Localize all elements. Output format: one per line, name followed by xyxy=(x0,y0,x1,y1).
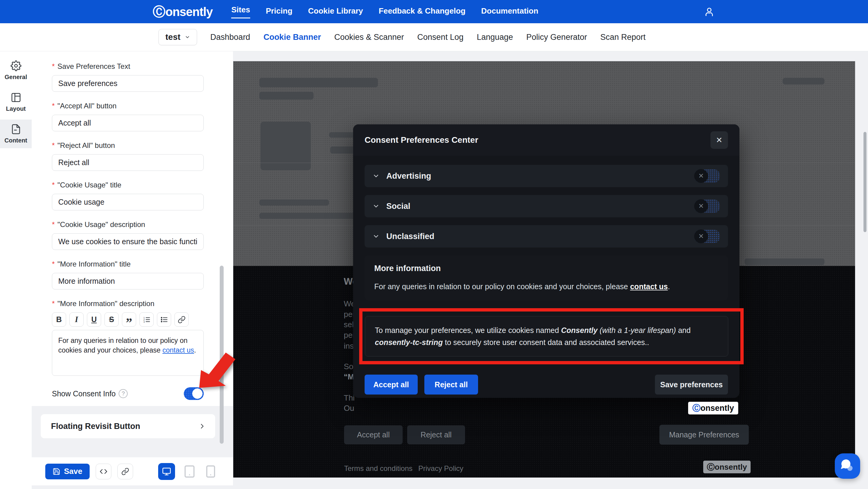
consent-info-box: To manage your preferences, we utilize c… xyxy=(365,316,728,357)
gear-icon xyxy=(10,60,22,71)
skeleton-bar xyxy=(259,213,363,219)
tab-cookie-banner[interactable]: Cookie Banner xyxy=(264,33,321,42)
consently-badge-dimmed[interactable]: Ⓒonsently xyxy=(703,461,751,473)
document-icon xyxy=(10,124,22,134)
modal-accept-all-button[interactable]: Accept all xyxy=(365,375,418,395)
nav-link-documentation[interactable]: Documentation xyxy=(481,6,538,17)
more-information-text: For any queries in relation to our polic… xyxy=(374,281,718,292)
ordered-list-icon[interactable]: 123 xyxy=(140,312,154,327)
consent-preferences-modal: Consent Preferences Center ✕ Advertising… xyxy=(353,124,739,398)
badge-c-icon: Ⓒ xyxy=(692,402,701,415)
category-row-social[interactable]: Social ✕ xyxy=(365,195,728,217)
tab-language[interactable]: Language xyxy=(477,33,513,42)
copy-link-button[interactable] xyxy=(117,464,133,479)
tab-consent-log[interactable]: Consent Log xyxy=(417,33,464,42)
modal-reject-all-button[interactable]: Reject all xyxy=(424,375,478,395)
banner-text-fragment: sel xyxy=(344,320,354,329)
category-label: Unclassified xyxy=(386,232,434,241)
floating-revisit-button-section[interactable]: Floating Revisit Button xyxy=(41,414,215,438)
banner-accept-all-button[interactable]: Accept all xyxy=(344,425,403,444)
tab-policy-generator[interactable]: Policy Generator xyxy=(526,33,587,42)
embed-code-button[interactable] xyxy=(96,464,112,479)
chevron-right-icon xyxy=(198,422,206,430)
desktop-preview-button[interactable] xyxy=(158,463,175,480)
toggle-x-icon: ✕ xyxy=(694,169,708,183)
more-information-title-input[interactable] xyxy=(52,273,204,289)
nav-link-pricing[interactable]: Pricing xyxy=(266,6,292,17)
show-consent-info-label: Show Consent Info ? xyxy=(52,389,128,398)
tab-cookies-scanner[interactable]: Cookies & Scanner xyxy=(334,33,404,42)
strikethrough-icon[interactable]: S xyxy=(104,312,119,327)
site-selector[interactable]: test xyxy=(158,29,197,45)
category-row-advertising[interactable]: Advertising ✕ xyxy=(365,165,728,187)
nav-link-sites[interactable]: Sites xyxy=(231,5,250,19)
phone-preview-button[interactable] xyxy=(204,465,217,478)
cookie-usage-description-input[interactable] xyxy=(52,233,204,250)
tab-dashboard[interactable]: Dashboard xyxy=(210,33,250,42)
save-button[interactable]: Save xyxy=(45,464,90,479)
advertising-toggle[interactable]: ✕ xyxy=(694,169,720,183)
reject-all-input[interactable] xyxy=(52,154,204,171)
field-label-cookie-usage-description: *"Cookie Usage" description xyxy=(52,220,204,229)
rail-label-general: General xyxy=(4,74,27,81)
red-highlight-annotation: To manage your preferences, we utilize c… xyxy=(359,308,744,364)
banner-text-fragment: ins xyxy=(344,341,354,351)
banner-text-fragment: Ou xyxy=(344,404,354,413)
banner-reject-all-button[interactable]: Reject all xyxy=(407,425,465,444)
category-label: Advertising xyxy=(386,172,431,181)
unclassified-toggle[interactable]: ✕ xyxy=(694,230,720,243)
contact-us-link[interactable]: contact us xyxy=(162,346,194,354)
chat-widget-button[interactable] xyxy=(835,453,860,479)
floppy-icon xyxy=(53,467,60,476)
modal-save-preferences-button[interactable]: Save preferences xyxy=(655,375,728,395)
underline-icon[interactable]: U xyxy=(87,312,101,327)
site-selector-value: test xyxy=(165,32,181,42)
site-sub-navbar: test Dashboard Cookie Banner Cookies & S… xyxy=(0,23,868,51)
rail-item-layout[interactable]: Layout xyxy=(0,88,32,117)
cookie-usage-title-input[interactable] xyxy=(52,194,204,210)
italic-icon[interactable]: I xyxy=(69,312,84,327)
more-information-section: More information For any queries in rela… xyxy=(365,255,728,300)
consently-powered-badge[interactable]: Ⓒonsently xyxy=(688,402,738,415)
modal-scrollbar[interactable] xyxy=(864,132,867,232)
bold-icon[interactable]: B xyxy=(52,312,66,327)
nav-link-cookie-library[interactable]: Cookie Library xyxy=(308,6,363,17)
banner-text-fragment: So xyxy=(344,362,353,371)
more-information-title: More information xyxy=(374,264,718,273)
rail-label-layout: Layout xyxy=(6,105,26,112)
chevron-down-icon xyxy=(372,203,380,210)
brand-text: onsently xyxy=(165,5,213,19)
show-consent-info-toggle[interactable] xyxy=(184,387,204,400)
rail-item-content[interactable]: Content xyxy=(0,120,32,148)
privacy-policy-link[interactable]: Privacy Policy xyxy=(418,464,463,473)
banner-text-fragment: Thi xyxy=(344,393,354,403)
banner-manage-preferences-button[interactable]: Manage Preferences xyxy=(659,425,749,445)
badge-c-icon: Ⓒ xyxy=(707,461,715,473)
terms-and-conditions-link[interactable]: Terms and conditions xyxy=(344,464,412,473)
save-preferences-text-input[interactable] xyxy=(52,75,204,92)
settings-rail: General Layout Content xyxy=(0,51,32,489)
bullet-list-icon[interactable] xyxy=(157,312,171,327)
more-information-description-editor[interactable]: For any queries in relation to our polic… xyxy=(52,330,204,376)
richtext-toolbar: B I U S ” 123 xyxy=(52,312,204,327)
link-icon xyxy=(121,467,129,476)
chevron-down-icon xyxy=(372,172,380,180)
consently-logo[interactable]: Ⓒonsently xyxy=(153,3,213,20)
accept-all-input[interactable] xyxy=(52,115,204,131)
user-icon[interactable] xyxy=(704,6,715,17)
rail-item-general[interactable]: General xyxy=(0,56,32,85)
help-icon[interactable]: ? xyxy=(119,389,128,398)
nav-link-feedback-changelog[interactable]: Feedback & Changelog xyxy=(379,6,466,17)
social-toggle[interactable]: ✕ xyxy=(694,199,720,213)
skeleton-bar xyxy=(259,78,378,87)
contact-us-link[interactable]: contact us xyxy=(630,282,668,291)
tablet-preview-button[interactable] xyxy=(183,465,196,478)
panel-scrollbar[interactable] xyxy=(220,266,224,444)
link-icon[interactable] xyxy=(175,312,189,327)
field-label-more-information-title: *"More Information" title xyxy=(52,260,204,268)
blockquote-icon[interactable]: ” xyxy=(122,312,136,327)
category-row-unclassified[interactable]: Unclassified ✕ xyxy=(365,225,728,247)
tab-scan-report[interactable]: Scan Report xyxy=(600,33,646,42)
rail-label-content: Content xyxy=(4,137,28,144)
close-icon[interactable]: ✕ xyxy=(710,131,728,149)
